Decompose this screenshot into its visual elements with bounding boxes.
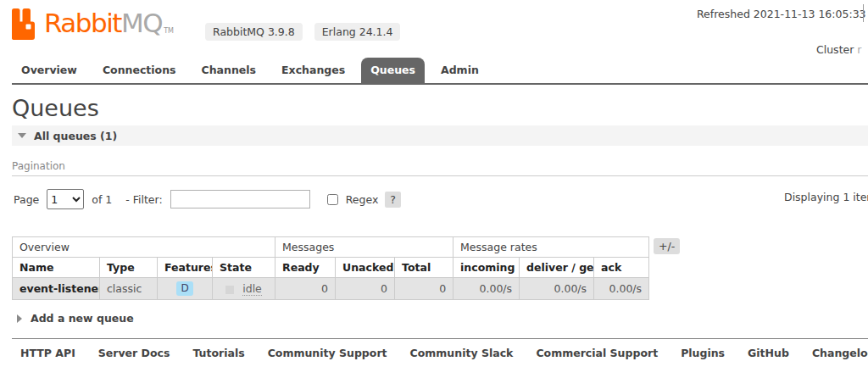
footer-link-plugins[interactable]: Plugins [681,347,725,359]
col-header-state: State [213,258,275,278]
tab-exchanges[interactable]: Exchanges [272,58,354,83]
footer-link-community-support[interactable]: Community Support [268,347,387,359]
filter-input[interactable] [170,190,310,208]
header-divider [863,4,864,22]
pagination-divider [12,175,868,176]
col-header-incoming: incoming [453,258,520,278]
durable-feature-tag: D [176,281,192,296]
footer-link-server-docs[interactable]: Server Docs [98,347,170,359]
version-badges: RabbitMQ 3.9.8 Erlang 24.1.4 [205,23,400,41]
group-header-message-rates: Message rates [453,237,649,258]
col-header-name: Name [13,258,100,278]
footer-link-community-slack[interactable]: Community Slack [410,347,514,359]
page-title: Queues [12,95,99,121]
tab-channels[interactable]: Channels [192,58,266,83]
tab-queues[interactable]: Queues [361,58,425,83]
ready-cell: 0 [275,278,336,300]
collapse-triangle-icon [18,133,26,138]
group-header-overview: Overview [13,237,275,258]
brand-wordmark: RabbitMQ [44,7,162,39]
cluster-name: Cluster r [816,43,862,56]
footer-link-changelog[interactable]: Changelog [812,347,868,359]
footer-divider [12,338,868,339]
col-header-ack: ack [594,258,649,278]
ack-rate-cell: 0.00/s [594,278,649,300]
column-toggle-button[interactable]: +/- [654,238,680,254]
pagination-controls: Page 1 of 1 - Filter: Regex ? [14,187,401,211]
all-queues-section-toggle[interactable]: All queues (1) [12,125,868,146]
page-label: Page [14,193,39,206]
rabbitmq-logo[interactable]: RabbitMQ TM [12,7,174,41]
queue-features-cell: D [158,278,213,300]
filter-label: - Filter: [125,193,162,206]
pagination-heading: Pagination [12,160,65,172]
table-row: event-listener classic D idle 0 0 0 0.00… [13,278,649,300]
tab-connections[interactable]: Connections [93,58,186,83]
col-header-features: Features [158,258,213,278]
unacked-cell: 0 [336,278,395,300]
deliver-get-rate-cell: 0.00/s [520,278,594,300]
displaying-count: Displaying 1 item [784,191,868,203]
col-header-total: Total [395,258,453,278]
col-header-type: Type [100,258,158,278]
state-indicator-icon [225,286,234,294]
section-label: All queues (1) [34,130,117,142]
regex-label: Regex [346,193,379,206]
expand-triangle-icon [17,314,22,323]
footer-link-github[interactable]: GitHub [748,347,789,359]
incoming-rate-cell: 0.00/s [453,278,520,300]
footer-link-tutorials[interactable]: Tutorials [192,347,244,359]
queue-type-cell: classic [100,278,158,300]
rabbitmq-version-badge: RabbitMQ 3.9.8 [205,23,303,41]
rabbitmq-logo-icon [12,8,41,41]
nav-tabs: Overview Connections Channels Exchanges … [12,58,868,85]
add-new-queue-toggle[interactable]: Add a new queue [17,312,134,325]
regex-checkbox[interactable] [327,194,338,205]
total-cell: 0 [395,278,453,300]
help-icon[interactable]: ? [385,192,401,208]
trademark-label: TM [164,27,174,35]
of-label: of 1 [92,193,112,206]
col-header-deliver-get: deliver / get [520,258,594,278]
tab-admin[interactable]: Admin [431,58,488,83]
col-header-ready: Ready [275,258,336,278]
page-select[interactable]: 1 [47,189,84,209]
col-header-unacked: Unacked [336,258,395,278]
tab-overview[interactable]: Overview [12,58,86,83]
footer-link-http-api[interactable]: HTTP API [20,347,75,359]
footer-link-commercial-support[interactable]: Commercial Support [536,347,658,359]
erlang-version-badge: Erlang 24.1.4 [314,23,401,41]
queue-name-link[interactable]: event-listener [13,278,100,300]
footer-links: HTTP API Server Docs Tutorials Community… [20,347,868,359]
queues-table: Overview Messages Message rates Name Typ… [12,236,649,300]
group-header-messages: Messages [275,237,453,258]
queue-state-cell: idle [213,278,275,300]
refreshed-timestamp: Refreshed 2021-11-13 16:05:33 [697,8,866,20]
